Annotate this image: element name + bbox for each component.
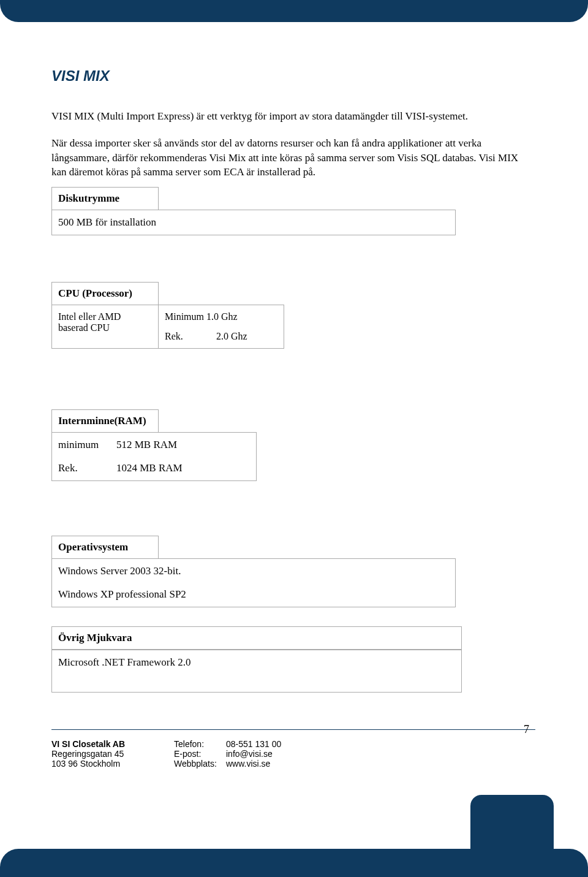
- footer-block: VI SI Closetalk AB Telefon: 08-551 131 0…: [51, 739, 419, 769]
- footer-web-label: Webbplats:: [174, 759, 226, 769]
- disk-section: Diskutrymme 500 MB för installation: [51, 187, 456, 235]
- page-number: 7: [524, 723, 529, 736]
- cpu-min-value: 1.0 Ghz: [206, 311, 238, 322]
- footer-web-value: www.visi.se: [226, 759, 270, 769]
- section-title: VISI MIX: [51, 67, 535, 85]
- cpu-specs: Minimum 1.0 Ghz Rek. 2.0 Ghz: [159, 305, 284, 349]
- description-paragraph: När dessa importer sker så används stor …: [51, 136, 535, 180]
- footer-email-label: E-post:: [174, 749, 226, 759]
- visi-logo-icon: [480, 745, 548, 795]
- ram-section: Internminne(RAM) minimum 512 MB RAM Rek.…: [51, 409, 257, 481]
- os-section: Operativsystem Windows Server 2003 32-bi…: [51, 536, 456, 607]
- footer-addr2: 103 96 Stockholm: [51, 759, 174, 769]
- footer-tel-value: 08-551 131 00: [226, 739, 281, 749]
- top-bar: [0, 0, 588, 22]
- disk-header: Diskutrymme: [51, 187, 159, 210]
- bottom-bar: [0, 849, 588, 877]
- footer-email-value: info@visi.se: [226, 749, 273, 759]
- cpu-rek-value: 2.0 Ghz: [216, 331, 247, 341]
- ram-min-value: 512 MB RAM: [116, 439, 177, 451]
- intro-paragraph: VISI MIX (Multi Import Express) är ett v…: [51, 109, 535, 124]
- os-line-2: Windows XP professional SP2: [58, 588, 449, 601]
- ram-rek-value: 1024 MB RAM: [116, 462, 183, 474]
- disk-value: 500 MB för installation: [51, 210, 456, 235]
- software-header: Övrig Mjukvara: [51, 626, 462, 650]
- cpu-header: CPU (Processor): [51, 282, 159, 305]
- os-header: Operativsystem: [51, 536, 159, 558]
- software-section: Övrig Mjukvara Microsoft .NET Framework …: [51, 626, 462, 693]
- software-line-1: Microsoft .NET Framework 2.0: [58, 656, 455, 669]
- ram-min-label: minimum: [58, 439, 116, 451]
- os-line-1: Windows Server 2003 32-bit.: [58, 565, 449, 577]
- cpu-rek-label: Rek.: [165, 331, 214, 342]
- cpu-section: CPU (Processor) Intel eller AMD baserad …: [51, 282, 290, 349]
- footer-addr1: Regeringsgatan 45: [51, 749, 174, 759]
- footer-company: VI SI Closetalk AB: [51, 739, 174, 749]
- footer-tel-label: Telefon:: [174, 739, 226, 749]
- ram-header: Internminne(RAM): [51, 409, 159, 432]
- ram-rek-label: Rek.: [58, 462, 116, 474]
- footer-divider: [51, 729, 535, 730]
- cpu-type: Intel eller AMD baserad CPU: [51, 305, 159, 349]
- cpu-min-label: Minimum: [165, 311, 204, 322]
